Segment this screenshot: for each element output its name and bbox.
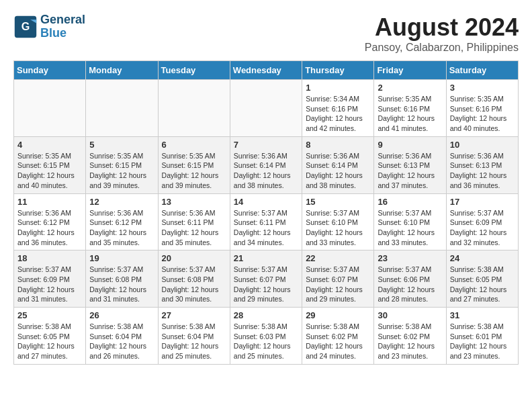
calendar-cell: 17Sunrise: 5:37 AM Sunset: 6:09 PM Dayli…: [446, 193, 518, 250]
weekday-header-row: SundayMondayTuesdayWednesdayThursdayFrid…: [14, 61, 519, 80]
day-number: 5: [89, 140, 154, 150]
day-info: Sunrise: 5:38 AM Sunset: 6:05 PM Dayligh…: [17, 322, 82, 361]
day-number: 13: [162, 197, 226, 207]
calendar-cell: [86, 80, 158, 137]
weekday-header-monday: Monday: [86, 61, 158, 80]
day-number: 23: [378, 253, 442, 263]
day-info: Sunrise: 5:38 AM Sunset: 6:03 PM Dayligh…: [234, 322, 298, 361]
calendar-cell: 1Sunrise: 5:34 AM Sunset: 6:16 PM Daylig…: [302, 80, 374, 137]
calendar-cell: 13Sunrise: 5:36 AM Sunset: 6:11 PM Dayli…: [158, 193, 230, 250]
day-info: Sunrise: 5:35 AM Sunset: 6:16 PM Dayligh…: [450, 94, 515, 134]
day-number: 20: [162, 253, 226, 263]
calendar-cell: 12Sunrise: 5:36 AM Sunset: 6:12 PM Dayli…: [86, 193, 158, 250]
day-number: 27: [162, 310, 226, 320]
calendar-cell: 5Sunrise: 5:35 AM Sunset: 6:15 PM Daylig…: [86, 136, 158, 193]
day-info: Sunrise: 5:36 AM Sunset: 6:11 PM Dayligh…: [162, 208, 226, 248]
day-info: Sunrise: 5:36 AM Sunset: 6:12 PM Dayligh…: [17, 208, 82, 248]
calendar-cell: [230, 80, 302, 137]
day-number: 25: [17, 310, 82, 320]
day-number: 19: [89, 253, 154, 263]
calendar-cell: 19Sunrise: 5:37 AM Sunset: 6:08 PM Dayli…: [86, 250, 158, 308]
page-header: G General Blue August 2024 Pansoy, Calab…: [13, 13, 519, 54]
weekday-header-saturday: Saturday: [446, 61, 518, 80]
calendar-cell: 25Sunrise: 5:38 AM Sunset: 6:05 PM Dayli…: [14, 308, 86, 365]
day-number: 7: [234, 140, 298, 150]
day-number: 1: [306, 83, 370, 93]
calendar-cell: 9Sunrise: 5:36 AM Sunset: 6:13 PM Daylig…: [374, 136, 446, 193]
day-number: 28: [234, 310, 298, 320]
day-number: 16: [378, 197, 442, 207]
day-number: 12: [89, 197, 154, 207]
calendar-cell: 22Sunrise: 5:37 AM Sunset: 6:07 PM Dayli…: [302, 250, 374, 308]
day-info: Sunrise: 5:37 AM Sunset: 6:11 PM Dayligh…: [234, 208, 298, 248]
day-info: Sunrise: 5:36 AM Sunset: 6:14 PM Dayligh…: [234, 151, 298, 191]
calendar-cell: [14, 80, 86, 137]
weekday-header-thursday: Thursday: [302, 61, 374, 80]
calendar-week-row: 25Sunrise: 5:38 AM Sunset: 6:05 PM Dayli…: [14, 308, 519, 365]
weekday-header-sunday: Sunday: [14, 61, 86, 80]
day-info: Sunrise: 5:34 AM Sunset: 6:16 PM Dayligh…: [306, 94, 370, 134]
calendar-cell: 14Sunrise: 5:37 AM Sunset: 6:11 PM Dayli…: [230, 193, 302, 250]
calendar-cell: 2Sunrise: 5:35 AM Sunset: 6:16 PM Daylig…: [374, 80, 446, 137]
day-number: 26: [89, 310, 154, 320]
calendar-subtitle: Pansoy, Calabarzon, Philippines: [365, 42, 519, 54]
day-info: Sunrise: 5:38 AM Sunset: 6:04 PM Dayligh…: [89, 322, 154, 361]
calendar-cell: 26Sunrise: 5:38 AM Sunset: 6:04 PM Dayli…: [86, 308, 158, 365]
day-info: Sunrise: 5:35 AM Sunset: 6:15 PM Dayligh…: [162, 151, 226, 191]
calendar-cell: 18Sunrise: 5:37 AM Sunset: 6:09 PM Dayli…: [14, 250, 86, 308]
day-info: Sunrise: 5:38 AM Sunset: 6:04 PM Dayligh…: [162, 322, 226, 361]
day-info: Sunrise: 5:38 AM Sunset: 6:02 PM Dayligh…: [378, 322, 442, 361]
day-info: Sunrise: 5:36 AM Sunset: 6:13 PM Dayligh…: [450, 151, 515, 191]
day-info: Sunrise: 5:37 AM Sunset: 6:10 PM Dayligh…: [306, 208, 370, 248]
calendar-cell: 11Sunrise: 5:36 AM Sunset: 6:12 PM Dayli…: [14, 193, 86, 250]
day-info: Sunrise: 5:35 AM Sunset: 6:15 PM Dayligh…: [17, 151, 82, 191]
day-number: 11: [17, 197, 82, 207]
calendar-cell: 30Sunrise: 5:38 AM Sunset: 6:02 PM Dayli…: [374, 308, 446, 365]
day-number: 24: [450, 253, 515, 263]
calendar-cell: 20Sunrise: 5:37 AM Sunset: 6:08 PM Dayli…: [158, 250, 230, 308]
day-info: Sunrise: 5:36 AM Sunset: 6:14 PM Dayligh…: [306, 151, 370, 191]
title-block: August 2024 Pansoy, Calabarzon, Philippi…: [365, 13, 519, 54]
day-info: Sunrise: 5:37 AM Sunset: 6:09 PM Dayligh…: [450, 208, 515, 248]
calendar-week-row: 1Sunrise: 5:34 AM Sunset: 6:16 PM Daylig…: [14, 80, 519, 137]
day-info: Sunrise: 5:37 AM Sunset: 6:08 PM Dayligh…: [162, 265, 226, 304]
day-number: 17: [450, 197, 515, 207]
weekday-header-tuesday: Tuesday: [158, 61, 230, 80]
logo-line2: Blue: [40, 27, 85, 40]
calendar-week-row: 18Sunrise: 5:37 AM Sunset: 6:09 PM Dayli…: [14, 250, 519, 308]
calendar-cell: 16Sunrise: 5:37 AM Sunset: 6:10 PM Dayli…: [374, 193, 446, 250]
calendar-cell: 8Sunrise: 5:36 AM Sunset: 6:14 PM Daylig…: [302, 136, 374, 193]
calendar-week-row: 11Sunrise: 5:36 AM Sunset: 6:12 PM Dayli…: [14, 193, 519, 250]
day-number: 22: [306, 253, 370, 263]
day-info: Sunrise: 5:37 AM Sunset: 6:07 PM Dayligh…: [306, 265, 370, 304]
day-info: Sunrise: 5:35 AM Sunset: 6:16 PM Dayligh…: [378, 94, 442, 134]
calendar-cell: 15Sunrise: 5:37 AM Sunset: 6:10 PM Dayli…: [302, 193, 374, 250]
day-number: 15: [306, 197, 370, 207]
logo: G General Blue: [13, 13, 85, 40]
day-number: 8: [306, 140, 370, 150]
day-info: Sunrise: 5:35 AM Sunset: 6:15 PM Dayligh…: [89, 151, 154, 191]
calendar-table: SundayMondayTuesdayWednesdayThursdayFrid…: [13, 60, 519, 365]
day-number: 31: [450, 310, 515, 320]
calendar-cell: 28Sunrise: 5:38 AM Sunset: 6:03 PM Dayli…: [230, 308, 302, 365]
day-number: 21: [234, 253, 298, 263]
calendar-cell: 6Sunrise: 5:35 AM Sunset: 6:15 PM Daylig…: [158, 136, 230, 193]
day-info: Sunrise: 5:37 AM Sunset: 6:07 PM Dayligh…: [234, 265, 298, 304]
svg-text:G: G: [21, 20, 30, 32]
day-number: 9: [378, 140, 442, 150]
day-number: 6: [162, 140, 226, 150]
calendar-cell: 23Sunrise: 5:37 AM Sunset: 6:06 PM Dayli…: [374, 250, 446, 308]
day-number: 10: [450, 140, 515, 150]
calendar-cell: 4Sunrise: 5:35 AM Sunset: 6:15 PM Daylig…: [14, 136, 86, 193]
calendar-cell: 21Sunrise: 5:37 AM Sunset: 6:07 PM Dayli…: [230, 250, 302, 308]
calendar-cell: 27Sunrise: 5:38 AM Sunset: 6:04 PM Dayli…: [158, 308, 230, 365]
calendar-cell: 7Sunrise: 5:36 AM Sunset: 6:14 PM Daylig…: [230, 136, 302, 193]
day-number: 4: [17, 140, 82, 150]
day-info: Sunrise: 5:37 AM Sunset: 6:06 PM Dayligh…: [378, 265, 442, 304]
day-number: 29: [306, 310, 370, 320]
day-info: Sunrise: 5:38 AM Sunset: 6:01 PM Dayligh…: [450, 322, 515, 361]
calendar-body: 1Sunrise: 5:34 AM Sunset: 6:16 PM Daylig…: [14, 80, 519, 365]
logo-line1: General: [40, 13, 85, 27]
day-info: Sunrise: 5:38 AM Sunset: 6:02 PM Dayligh…: [306, 322, 370, 361]
calendar-header: SundayMondayTuesdayWednesdayThursdayFrid…: [14, 61, 519, 80]
